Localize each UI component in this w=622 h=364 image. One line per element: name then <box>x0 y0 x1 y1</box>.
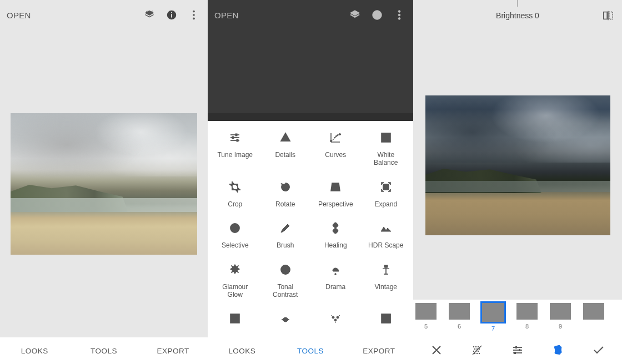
sliders-icon[interactable] <box>511 343 524 359</box>
tool-curves[interactable]: Curves <box>312 131 360 167</box>
tool-selective[interactable]: Selective <box>211 221 259 249</box>
style-thumb-7[interactable]: 7 <box>482 303 504 332</box>
more-icon[interactable] <box>392 8 407 22</box>
image-canvas[interactable] <box>0 30 208 337</box>
selective-icon <box>228 221 242 237</box>
tick-mark <box>517 0 518 7</box>
svg-rect-8 <box>377 12 378 13</box>
styles-icon[interactable] <box>551 343 565 359</box>
confirm-icon[interactable] <box>592 343 605 359</box>
style-thumb-6[interactable]: 6 <box>449 303 470 330</box>
info-icon[interactable] <box>164 8 179 22</box>
nav-looks[interactable]: LOOKS <box>208 347 276 355</box>
nav-looks[interactable]: LOOKS <box>0 347 69 355</box>
more-icon[interactable] <box>187 8 201 22</box>
nav-tools[interactable]: TOOLS <box>69 347 139 355</box>
healing-icon <box>329 221 342 237</box>
svg-rect-46 <box>609 12 613 19</box>
nav-export[interactable]: EXPORT <box>345 347 413 355</box>
svg-rect-1 <box>171 14 172 17</box>
svg-rect-16 <box>232 136 234 139</box>
svg-point-42 <box>337 316 339 318</box>
tool-drama[interactable]: Drama <box>312 263 360 299</box>
tool-expand[interactable]: Expand <box>362 180 410 208</box>
tool-details[interactable]: Details <box>262 131 310 167</box>
image-canvas[interactable] <box>413 31 622 300</box>
svg-point-18 <box>330 140 332 142</box>
adjust-header: Brightness 0 <box>413 0 622 31</box>
tool-grainy-film[interactable] <box>211 312 259 327</box>
crop-icon <box>228 180 242 196</box>
nav-export[interactable]: EXPORT <box>138 347 208 355</box>
thumb-number: 7 <box>491 325 495 332</box>
tool-retrolux[interactable] <box>262 312 310 327</box>
open-button[interactable]: OPEN <box>7 11 31 20</box>
style-thumbnails: 5 6 7 8 9 <box>413 300 622 338</box>
info-icon[interactable] <box>370 8 384 22</box>
tool-vintage[interactable]: Vintage <box>362 263 410 299</box>
tool-hdr-scape[interactable]: HDR Scape <box>362 221 410 249</box>
svg-point-48 <box>473 346 474 347</box>
close-icon[interactable] <box>430 343 443 359</box>
tool-label: Crop <box>228 200 242 208</box>
style-thumb-8[interactable]: 8 <box>516 303 538 330</box>
swatch <box>583 303 604 320</box>
rotate-icon <box>279 180 292 196</box>
layers-icon[interactable] <box>142 8 157 22</box>
tool-grunge[interactable] <box>312 312 360 327</box>
tool-glamour-glow[interactable]: Glamour Glow <box>211 263 259 299</box>
svg-rect-2 <box>171 12 172 13</box>
svg-point-28 <box>234 227 237 230</box>
svg-point-3 <box>193 11 195 13</box>
swatch <box>449 303 470 320</box>
tool-black-white[interactable] <box>362 312 410 327</box>
tool-healing[interactable]: Healing <box>312 221 360 249</box>
tool-label: Rotate <box>275 200 295 208</box>
bottom-nav: LOOKS TOOLS EXPORT <box>0 337 208 364</box>
svg-point-33 <box>335 273 337 275</box>
svg-point-49 <box>475 346 476 347</box>
thumb-number: 9 <box>559 323 562 330</box>
style-thumb-5[interactable]: 5 <box>415 303 437 330</box>
svg-rect-17 <box>237 139 238 141</box>
svg-point-54 <box>473 351 474 352</box>
tool-label: Vintage <box>375 283 397 291</box>
tool-crop[interactable]: Crop <box>211 180 259 208</box>
svg-point-51 <box>474 348 475 350</box>
svg-rect-68 <box>555 346 561 355</box>
screen-main: OPEN LOOKS TOOLS EXPORT <box>0 0 208 364</box>
tools-sheet: Tune Image Details CurvesWB White Balanc… <box>208 121 413 337</box>
tool-tonal-contrast[interactable]: Tonal Contrast <box>262 263 310 299</box>
swatch <box>516 303 538 320</box>
nav-tools[interactable]: TOOLS <box>276 347 344 355</box>
tool-rotate[interactable]: Rotate <box>262 180 310 208</box>
glamour-glow-icon <box>228 263 242 279</box>
tool-label: White Balance <box>374 151 398 167</box>
svg-point-58 <box>476 353 478 354</box>
style-thumb-next[interactable] <box>583 303 604 323</box>
svg-point-39 <box>233 320 234 321</box>
topbar: OPEN <box>208 0 413 30</box>
photo <box>425 95 610 235</box>
grainy-film-icon <box>228 312 242 327</box>
swatch <box>415 303 437 320</box>
tool-perspective[interactable]: Perspective <box>312 180 360 208</box>
layers-icon[interactable] <box>348 8 362 22</box>
compare-icon[interactable] <box>601 8 615 23</box>
tool-brush[interactable]: Brush <box>262 221 310 249</box>
tool-label: Drama <box>325 283 345 291</box>
svg-rect-26 <box>383 184 389 190</box>
curves-icon <box>329 131 342 146</box>
expand-icon <box>379 180 393 196</box>
open-button[interactable]: OPEN <box>214 11 239 20</box>
svg-point-50 <box>478 346 479 347</box>
style-thumb-9[interactable]: 9 <box>550 303 571 330</box>
texture-icon[interactable] <box>470 343 484 359</box>
tool-label: Expand <box>374 200 397 208</box>
svg-point-5 <box>193 18 195 20</box>
svg-rect-65 <box>519 349 520 351</box>
tool-white-balance[interactable]: WB White Balance <box>362 131 410 167</box>
topbar: OPEN <box>0 0 208 30</box>
tool-tune-image[interactable]: Tune Image <box>211 131 259 167</box>
thumb-number: 8 <box>525 323 529 330</box>
